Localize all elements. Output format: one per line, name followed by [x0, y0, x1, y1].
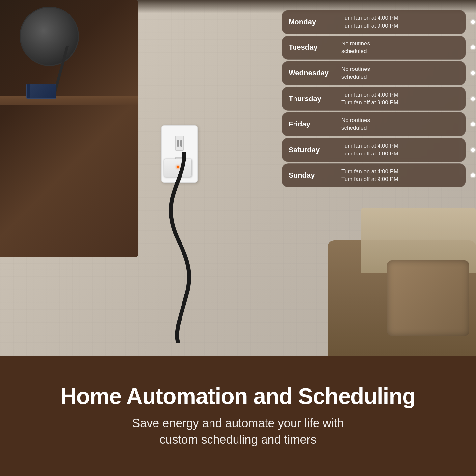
sofa-back [328, 240, 476, 356]
day-label-thursday: Thursday [289, 95, 341, 103]
schedule-row-monday: Monday Turn fan on at 4:00 PMTurn fan of… [282, 10, 466, 34]
schedule-info-tuesday: No routinesscheduled [341, 40, 370, 56]
schedule-info-thursday: Turn fan on at 4:00 PMTurn fan off at 9:… [341, 91, 398, 107]
sofa-area [328, 231, 476, 356]
book-spine [27, 84, 30, 98]
day-label-saturday: Saturday [289, 146, 341, 154]
schedule-info-saturday: Turn fan on at 4:00 PMTurn fan off at 9:… [341, 142, 398, 158]
schedule-row-wednesday: Wednesday No routinesscheduled [282, 61, 466, 85]
schedule-info-wednesday: No routinesscheduled [341, 65, 370, 81]
schedule-row-sunday: Sunday Turn fan on at 4:00 PMTurn fan of… [282, 163, 466, 188]
power-cord [155, 152, 221, 343]
banner-subtitle: Save energy and automate your life withc… [132, 415, 344, 448]
outlet-slot-1 [177, 140, 179, 147]
day-label-tuesday: Tuesday [289, 43, 341, 52]
banner-title: Home Automation and Scheduling [60, 384, 415, 408]
sofa-cushion [387, 260, 469, 336]
photo-section: Monday Turn fan on at 4:00 PMTurn fan of… [0, 0, 476, 356]
book [26, 84, 56, 99]
outlet-slot-2 [180, 140, 182, 147]
schedule-row-thursday: Thursday Turn fan on at 4:00 PMTurn fan … [282, 87, 466, 111]
schedule-row-tuesday: Tuesday No routinesscheduled [282, 36, 466, 60]
schedule-info-sunday: Turn fan on at 4:00 PMTurn fan off at 9:… [341, 168, 398, 183]
lamp-head [20, 7, 79, 66]
day-label-wednesday: Wednesday [289, 69, 341, 77]
schedule-row-saturday: Saturday Turn fan on at 4:00 PMTurn fan … [282, 138, 466, 162]
schedule-info-monday: Turn fan on at 4:00 PMTurn fan off at 9:… [341, 14, 398, 30]
day-label-friday: Friday [289, 120, 341, 128]
day-label-sunday: Sunday [289, 171, 341, 180]
schedule-row-friday: Friday No routinesscheduled [282, 112, 466, 136]
banner-section: Home Automation and Scheduling Save ener… [0, 356, 476, 476]
outlet-top [175, 136, 184, 151]
page-wrapper: Monday Turn fan on at 4:00 PMTurn fan of… [0, 0, 476, 476]
schedule-panel: Monday Turn fan on at 4:00 PMTurn fan of… [282, 10, 466, 187]
day-label-monday: Monday [289, 18, 341, 26]
schedule-info-friday: No routinesscheduled [341, 116, 370, 132]
